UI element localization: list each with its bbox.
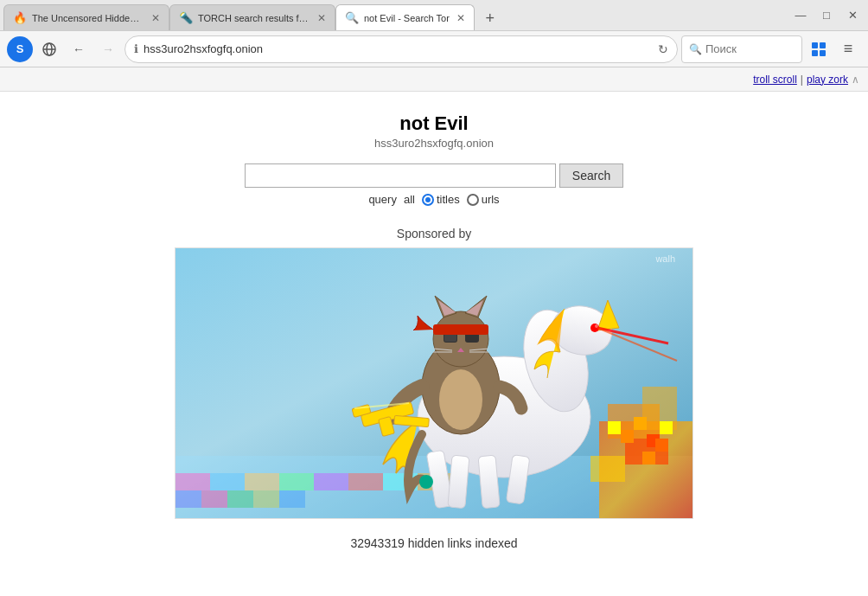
play-zork-link[interactable]: play zork — [807, 74, 848, 86]
tab2-title: TORCH search results for: ... — [198, 13, 310, 23]
bookmark-icon-btn[interactable] — [36, 36, 62, 62]
security-icon: ℹ — [134, 42, 138, 55]
address-input[interactable] — [144, 42, 653, 55]
tab1-title: The Uncensored Hidden ... — [32, 13, 144, 23]
nav-bar: S ← → ℹ ↻ 🔍 — [0, 31, 868, 67]
menu-button[interactable]: ≡ — [835, 36, 861, 62]
svg-rect-12 — [279, 473, 314, 490]
title-bar: 🔥 The Uncensored Hidden ... ✕ 🔦 TORCH se… — [0, 0, 868, 31]
svg-point-47 — [439, 369, 482, 430]
svg-rect-27 — [608, 421, 621, 434]
svg-rect-11 — [245, 473, 279, 490]
nav-search-icon: 🔍 — [689, 43, 702, 55]
hidden-links-number: 32943319 — [350, 536, 407, 550]
svg-rect-19 — [227, 490, 253, 508]
troll-scroll-link[interactable]: troll scroll — [753, 74, 797, 86]
tab2-favicon: 🔦 — [179, 11, 193, 24]
forward-button[interactable]: → — [95, 36, 121, 62]
refresh-icon[interactable]: ↻ — [658, 42, 668, 56]
svg-rect-21 — [279, 490, 305, 508]
search-form: Search query all titles urls — [245, 163, 623, 206]
tab1-favicon: 🔥 — [13, 11, 27, 24]
urls-label: urls — [482, 193, 500, 206]
site-header: not Evil hss3uro2hsxfogfq.onion — [374, 112, 494, 150]
svg-rect-17 — [176, 490, 201, 508]
tab2-close-icon[interactable]: ✕ — [317, 12, 326, 24]
svg-rect-6 — [820, 50, 826, 56]
address-bar[interactable]: ℹ ↻ — [124, 35, 678, 63]
urls-radio-button[interactable] — [467, 194, 479, 206]
hidden-links-suffix: hidden links indexed — [408, 536, 518, 550]
svg-rect-20 — [253, 490, 279, 508]
globe-icon — [41, 42, 57, 57]
titles-label: titles — [437, 193, 460, 206]
urls-radio-option[interactable]: urls — [467, 193, 500, 206]
svg-rect-18 — [201, 490, 227, 508]
site-subtitle: hss3uro2hsxfogfq.onion — [374, 137, 494, 150]
extensions-button[interactable] — [806, 36, 832, 62]
tab3-favicon: 🔍 — [345, 11, 359, 24]
hidden-links-count: 32943319 hidden links indexed — [350, 536, 517, 550]
extensions-icon — [810, 41, 827, 58]
bookmark-separator: | — [801, 74, 803, 86]
close-button[interactable]: ✕ — [840, 3, 865, 28]
browser-frame: 🔥 The Uncensored Hidden ... ✕ 🔦 TORCH se… — [0, 0, 868, 596]
back-button[interactable]: ← — [66, 36, 92, 62]
svg-rect-14 — [348, 473, 383, 490]
sponsored-image: walh — [175, 247, 693, 519]
tab-torch[interactable]: 🔦 TORCH search results for: ... ✕ — [169, 4, 335, 30]
svg-rect-28 — [621, 430, 634, 443]
watermark-text: walh — [654, 253, 675, 264]
search-input-row: Search — [245, 163, 623, 188]
nav-search-input[interactable] — [705, 42, 775, 55]
svg-rect-3 — [812, 42, 818, 48]
tab3-close-icon[interactable]: ✕ — [456, 12, 465, 24]
tab-uncensored[interactable]: 🔥 The Uncensored Hidden ... ✕ — [3, 4, 169, 30]
all-label: all — [404, 193, 415, 206]
search-query-input[interactable] — [245, 163, 556, 188]
minimize-button[interactable]: — — [788, 3, 813, 28]
site-title: not Evil — [374, 112, 494, 135]
svg-rect-56 — [433, 324, 488, 335]
svg-rect-13 — [314, 473, 348, 490]
scroll-up-icon[interactable]: ∧ — [852, 74, 859, 86]
sponsored-label: Sponsored by — [397, 227, 471, 240]
svg-point-48 — [433, 311, 488, 367]
svg-rect-4 — [820, 42, 826, 48]
maximize-button[interactable]: □ — [814, 3, 839, 28]
tab-notevil[interactable]: 🔍 not Evil - Search Tor ✕ — [335, 4, 475, 30]
svg-rect-32 — [655, 439, 668, 452]
search-options: query all titles urls — [368, 193, 499, 206]
tab1-close-icon[interactable]: ✕ — [151, 12, 160, 24]
titles-radio-option[interactable]: titles — [422, 193, 460, 206]
sponsored-svg: walh — [176, 248, 693, 519]
svg-rect-9 — [176, 473, 210, 490]
svg-rect-10 — [210, 473, 245, 490]
new-tab-button[interactable]: + — [478, 6, 502, 30]
nav-search-box[interactable]: 🔍 — [681, 35, 802, 63]
titles-radio-button[interactable] — [422, 194, 434, 206]
svg-rect-29 — [634, 417, 647, 430]
search-button[interactable]: Search — [559, 163, 623, 188]
bookmark-bar: troll scroll | play zork ∧ — [0, 67, 868, 92]
window-controls: — □ ✕ — [788, 3, 865, 28]
tab3-title: not Evil - Search Tor — [364, 13, 450, 23]
profile-button[interactable]: S — [7, 36, 33, 62]
svg-rect-33 — [642, 452, 655, 465]
svg-rect-5 — [812, 50, 818, 56]
svg-rect-26 — [590, 456, 625, 482]
svg-point-67 — [419, 475, 433, 489]
svg-rect-31 — [660, 421, 673, 434]
query-label: query — [368, 193, 397, 206]
tabs-area: 🔥 The Uncensored Hidden ... ✕ 🔦 TORCH se… — [3, 0, 785, 30]
page-content: not Evil hss3uro2hsxfogfq.onion Search q… — [0, 92, 868, 596]
